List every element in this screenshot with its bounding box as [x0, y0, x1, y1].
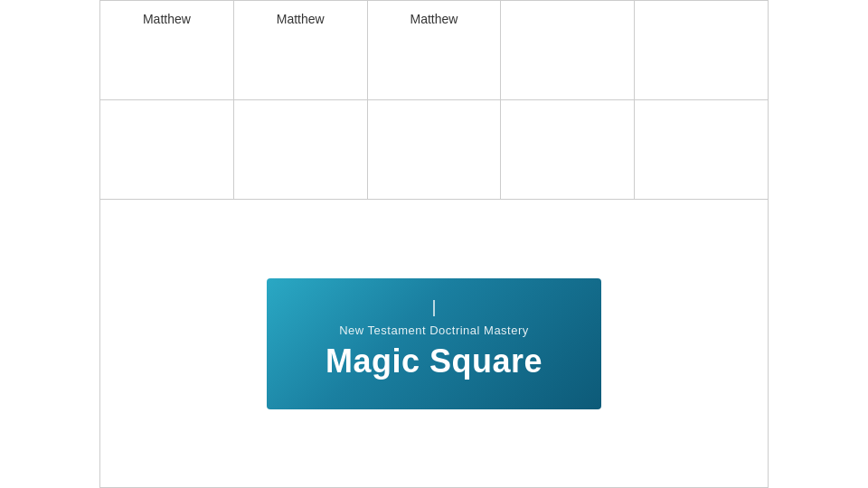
cell-text-0-1: Matthew: [277, 12, 325, 26]
grid-cell-1-0: [100, 100, 234, 200]
grid-cell-1-1: [234, 100, 368, 200]
grid-cell-0-3: [501, 1, 635, 100]
cell-text-0-0: Matthew: [143, 12, 191, 26]
banner-title: Magic Square: [326, 343, 542, 380]
banner-card: New Testament Doctrinal Mastery Magic Sq…: [267, 278, 601, 409]
grid-cell-0-4: [635, 1, 769, 100]
grid-cell-0-2: Matthew: [368, 1, 502, 100]
grid-cell-1-3: [501, 100, 635, 200]
grid-section: Matthew Matthew Matthew: [99, 0, 769, 200]
banner-subtitle: New Testament Doctrinal Mastery: [339, 324, 529, 337]
grid-cell-1-4: [635, 100, 769, 200]
banner-top-line: [433, 300, 435, 316]
page-container: Matthew Matthew Matthew: [0, 0, 868, 488]
grid-cell-1-2: [368, 100, 502, 200]
grid-cell-0-1: Matthew: [234, 1, 368, 100]
cell-text-0-2: Matthew: [410, 12, 458, 26]
bottom-section: New Testament Doctrinal Mastery Magic Sq…: [99, 200, 769, 488]
grid-cell-0-0: Matthew: [100, 1, 234, 100]
